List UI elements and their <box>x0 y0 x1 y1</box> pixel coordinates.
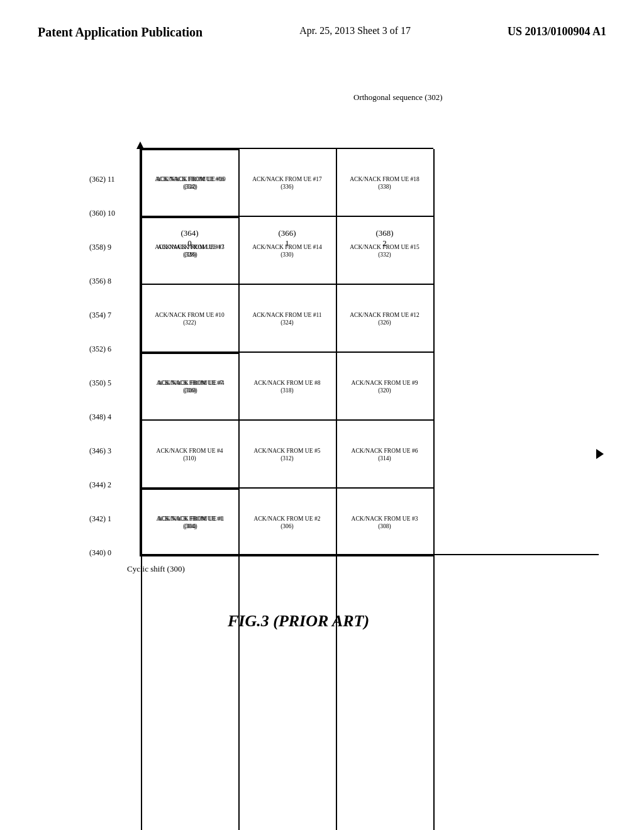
row-label-5: (350) 5 <box>89 379 111 387</box>
cell-c1-r4: ACK/NACK FROM UE #8(318) <box>238 353 336 421</box>
cell-c1-r6: ACK/NACK FROM UE #11(324) <box>238 285 336 353</box>
cell-c0-r0: ACK/NACK FROM UE #1(304) <box>141 489 238 556</box>
row-label-4: (348) 4 <box>89 413 111 421</box>
cell-c2-r10: ACK/NACK FROM UE #18(338) <box>336 149 433 217</box>
cell-c0-r4: ACK/NACK FROM UE #7(316) <box>141 353 238 421</box>
row-label-0: (340) 0 <box>89 549 111 556</box>
orthogonal-sequence-label: Orthogonal sequence (302) <box>353 92 443 102</box>
page-header: Patent Application Publication Apr. 25, … <box>0 0 644 52</box>
diagram-container: Orthogonal sequence (302) Cyclic shift (… <box>89 90 630 656</box>
cell-c2-r2: ACK/NACK FROM UE #6(314) <box>336 421 433 489</box>
cell-c1-r10: ACK/NACK FROM UE #17(336) <box>238 149 336 217</box>
cell-c1-r8: ACK/NACK FROM UE #14(330) <box>238 217 336 285</box>
row-label-3: (346) 3 <box>89 447 111 455</box>
row-label-8: (356) 8 <box>89 277 111 285</box>
row-label-7: (354) 7 <box>89 311 111 319</box>
cell-c1-r0: ACK/NACK FROM UE #2(306) <box>238 489 336 556</box>
cell-c2-r0: ACK/NACK FROM UE #3(308) <box>336 489 433 556</box>
cell-c0-r10: ACK/NACK FROM UE #16(334) <box>141 149 238 217</box>
row-label-9: (358) 9 <box>89 243 111 251</box>
cell-c0-r8: ACK/NACK FROM UE #13(328) <box>141 217 238 285</box>
cell-c1-r2: ACK/NACK FROM UE #5(312) <box>238 421 336 489</box>
cyclic-shift-label: Cyclic shift (300) <box>127 564 185 574</box>
cell-c0-r2: ACK/NACK FROM UE #4(310) <box>141 421 238 489</box>
cell-c0-r6: ACK/NACK FROM UE #10(322) <box>141 285 238 353</box>
cell-c2-r6: ACK/NACK FROM UE #12(326) <box>336 285 433 353</box>
row-label-2: (344) 2 <box>89 481 111 489</box>
cell-c2-r4: ACK/NACK FROM UE #9(320) <box>336 353 433 421</box>
publication-date-sheet: Apr. 25, 2013 Sheet 3 of 17 <box>299 25 411 36</box>
row-label-10: (360) 10 <box>89 209 115 217</box>
row-label-1: (342) 1 <box>89 515 111 523</box>
publication-title: Patent Application Publication <box>38 25 203 40</box>
row-label-6: (352) 6 <box>89 345 111 353</box>
x-axis-arrow <box>596 449 604 459</box>
fig-label: FIG.3 (PRIOR ART) <box>228 612 369 631</box>
row-label-11: (362) 11 <box>89 175 115 183</box>
publication-number: US 2013/0100904 A1 <box>508 25 606 38</box>
cell-c2-r8: ACK/NACK FROM UE #15(332) <box>336 217 433 285</box>
